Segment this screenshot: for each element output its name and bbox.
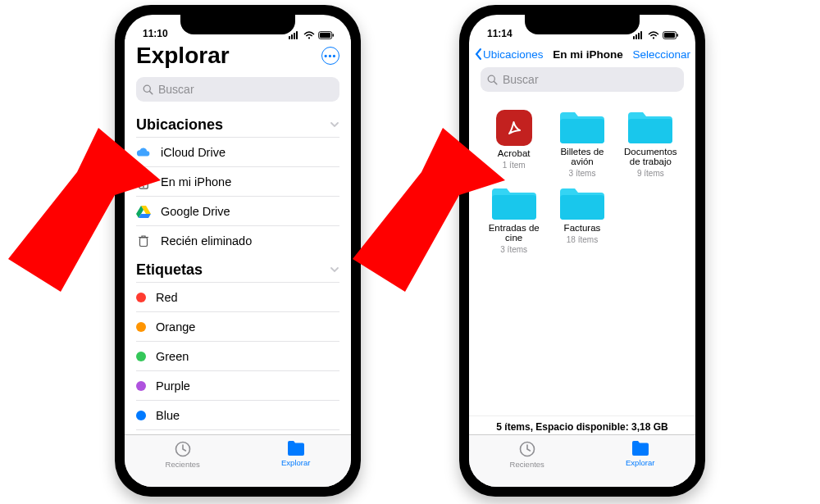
search-input[interactable]: Buscar xyxy=(481,67,684,92)
tag-dot-icon xyxy=(136,322,146,332)
storage-footer: 5 ítems, Espacio disponible: 3,18 GB xyxy=(469,415,695,434)
folder-billetes[interactable]: Billetes de avión 3 ítems xyxy=(550,110,613,178)
tag-dot-icon xyxy=(136,352,146,361)
page-title-row: Explorar ••• xyxy=(136,39,339,77)
back-button[interactable]: Ubicaciones xyxy=(474,48,544,61)
more-icon[interactable]: ••• xyxy=(321,47,339,65)
svg-line-26 xyxy=(494,81,497,84)
svg-rect-23 xyxy=(664,33,675,38)
search-icon xyxy=(487,75,498,85)
tab-recents[interactable]: Recientes xyxy=(166,440,200,469)
locations-header[interactable]: Ubicaciones xyxy=(136,110,339,137)
tab-explore[interactable]: Explorar xyxy=(281,440,310,467)
tab-bar: Recientes Explorar xyxy=(469,434,695,487)
folder-facturas[interactable]: Facturas 18 ítems xyxy=(550,186,613,254)
svg-rect-6 xyxy=(320,33,330,38)
tag-purple[interactable]: Purple xyxy=(136,370,339,400)
clock-icon xyxy=(174,440,192,458)
tag-red[interactable]: Red xyxy=(136,282,339,311)
search-input[interactable]: Buscar xyxy=(136,77,339,102)
tags-header[interactable]: Etiquetas xyxy=(136,255,339,282)
location-on-my-iphone[interactable]: En mi iPhone xyxy=(136,166,339,196)
folder-icon xyxy=(559,186,605,220)
select-button[interactable]: Seleccionar xyxy=(632,48,690,61)
search-icon xyxy=(143,84,153,95)
svg-rect-7 xyxy=(333,34,335,36)
nav-title: En mi iPhone xyxy=(553,48,623,61)
clock-icon xyxy=(518,440,536,458)
tab-explore[interactable]: Explorar xyxy=(626,440,654,467)
svg-marker-32 xyxy=(8,128,161,292)
status-icons xyxy=(633,31,679,39)
chevron-down-icon xyxy=(330,116,339,134)
tag-dot-icon xyxy=(136,381,146,391)
svg-rect-20 xyxy=(640,31,642,39)
svg-rect-30 xyxy=(560,195,604,220)
tag-green[interactable]: Green xyxy=(136,341,339,370)
tag-dot-icon xyxy=(136,293,146,302)
folder-icon xyxy=(631,440,650,456)
tag-orange[interactable]: Orange xyxy=(136,311,339,341)
status-time: 11:14 xyxy=(487,28,512,39)
annotation-arrow-icon xyxy=(353,128,505,292)
folder-grid: Acrobat 1 ítem Billetes de avión 3 ítems… xyxy=(481,100,684,264)
svg-rect-24 xyxy=(677,34,679,36)
folder-icon xyxy=(559,110,605,144)
svg-line-9 xyxy=(150,91,153,93)
svg-rect-3 xyxy=(296,31,298,39)
tag-blue[interactable]: Blue xyxy=(136,400,339,429)
location-recently-deleted[interactable]: Recién eliminado xyxy=(136,225,339,255)
svg-rect-28 xyxy=(628,119,672,143)
annotation-arrow-icon xyxy=(8,128,161,292)
status-time: 11:10 xyxy=(143,28,168,39)
status-icons xyxy=(289,31,335,39)
tag-dot-icon xyxy=(136,411,146,420)
svg-rect-27 xyxy=(560,119,604,143)
chevron-left-icon xyxy=(474,48,482,61)
folder-icon xyxy=(286,440,306,456)
search-placeholder: Buscar xyxy=(503,73,539,86)
svg-rect-19 xyxy=(638,33,640,39)
svg-marker-33 xyxy=(353,128,505,292)
chevron-down-icon xyxy=(330,261,339,279)
folder-documentos[interactable]: Documentos de trabajo 9 ítems xyxy=(619,110,682,178)
svg-rect-2 xyxy=(294,33,295,39)
location-icloud[interactable]: iCloud Drive xyxy=(136,137,339,166)
tab-recents[interactable]: Recientes xyxy=(510,440,544,469)
search-placeholder: Buscar xyxy=(158,83,194,96)
tab-bar: Recientes Explorar xyxy=(125,434,351,487)
folder-icon xyxy=(627,110,673,144)
location-google-drive[interactable]: Google Drive xyxy=(136,196,339,225)
page-title: Explorar xyxy=(136,43,230,69)
